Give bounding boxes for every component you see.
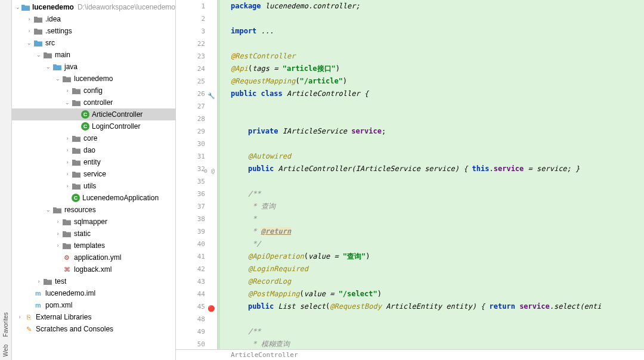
expand-arrow[interactable]: › [17,314,23,320]
gutter-icon[interactable]: ⚙ @ [204,165,215,177]
tree-label: logback.xml [74,265,112,274]
left-toolwindow-tabs: Favorites Web [0,0,12,360]
expand-arrow[interactable]: ⌄ [64,100,70,105]
line-number[interactable]: 43 [176,275,205,288]
line-number[interactable]: 40 [176,238,205,250]
line-number[interactable]: 30 [176,138,205,150]
tree-item-main[interactable]: ⌄main [12,49,175,61]
line-number[interactable]: 3 [176,25,205,38]
favorites-tab[interactable]: Favorites [2,312,9,337]
tree-item-java[interactable]: ⌄java [12,61,175,73]
breadcrumb-bar[interactable]: ArticleController [176,349,644,360]
editor-gutter[interactable]: 1232223242526🔧272829303132⚙ @35363738394… [176,0,218,360]
tree-item-service[interactable]: ›service [12,168,175,180]
folder-icon [72,86,81,95]
tree-item-core[interactable]: ›core [12,132,175,144]
line-number[interactable]: 29 [176,125,205,138]
tree-item-static[interactable]: ›static [12,228,175,240]
tree-item-external-libraries[interactable]: ›⎘External Libraries [12,311,175,323]
tree-item-config[interactable]: ›config [12,85,175,97]
tree-item-lucenedemo-iml[interactable]: mlucenedemo.iml [12,287,175,299]
expand-arrow[interactable]: ⌄ [16,4,20,10]
line-number[interactable]: 45🔴 [176,300,205,313]
tree-item-dao[interactable]: ›dao [12,144,175,156]
tree-item-utils[interactable]: ›utils [12,180,175,192]
line-number[interactable]: 25 [176,75,205,88]
expand-arrow[interactable]: › [64,183,70,189]
expand-arrow[interactable]: › [26,28,32,34]
tree-item-articlecontroller[interactable]: CArticleController [12,108,175,120]
tree-item-src[interactable]: ⌄src [12,37,175,49]
folder-icon [33,26,43,36]
folder-icon [62,241,72,250]
tree-item-lucenedemo[interactable]: ⌄lucenedemo [12,73,175,85]
expand-arrow[interactable]: › [64,88,70,94]
line-number[interactable]: 48 [176,313,205,325]
line-number[interactable]: 36 [176,188,205,200]
tree-item-test[interactable]: ›test [12,275,175,287]
folder-icon [72,181,81,191]
expand-arrow[interactable]: › [64,171,70,177]
tree-item-sqlmapper[interactable]: ›sqlmapper [12,216,175,228]
project-tree[interactable]: ⌄lucenedemo D:\ideaworkspace\lucenedemo›… [12,0,176,360]
tree-item-logincontroller[interactable]: CLoginController [12,120,175,132]
line-number[interactable]: 28 [176,113,205,125]
expand-arrow[interactable]: › [26,16,32,22]
tree-label: main [55,51,70,59]
line-number[interactable]: 39 [176,225,205,238]
expand-arrow[interactable]: ⌄ [36,52,42,58]
code-content[interactable]: package lucenedemo.controller;import ...… [218,0,644,360]
tree-item--settings[interactable]: ›.settings [12,25,175,37]
tree-item-logback-xml[interactable]: ⌘logback.xml [12,263,175,275]
tree-item-templates[interactable]: ›templates [12,240,175,252]
expand-arrow[interactable]: ⌄ [45,207,51,213]
tree-item-lucenedemoapplication[interactable]: CLucenedemoApplication [12,192,175,204]
line-number[interactable]: 23 [176,50,205,63]
line-number[interactable]: 49 [176,325,205,338]
line-number[interactable]: 38 [176,213,205,225]
line-number[interactable]: 24 [176,63,205,75]
line-number[interactable]: 35 [176,175,205,188]
expand-arrow[interactable]: ⌄ [55,76,61,82]
expand-arrow[interactable]: › [64,159,70,165]
line-number[interactable]: 26🔧 [176,88,205,100]
expand-arrow[interactable]: › [55,243,61,249]
line-number[interactable]: 50 [176,338,205,350]
line-number[interactable]: 27 [176,100,205,113]
expand-arrow[interactable]: ⌄ [26,40,32,46]
line-number[interactable]: 37 [176,200,205,213]
tree-item-entity[interactable]: ›entity [12,156,175,168]
line-number[interactable]: 32⚙ @ [176,163,205,175]
tree-item-pom-xml[interactable]: mpom.xml [12,299,175,311]
tree-label: lucenedemo.iml [45,289,95,297]
line-number[interactable]: 1 [176,0,205,13]
tree-item-lucenedemo[interactable]: ⌄lucenedemo D:\ideaworkspace\lucenedemo [12,1,175,13]
tree-item-controller[interactable]: ⌄controller [12,97,175,108]
gutter-icon[interactable]: 🔴 [208,302,215,315]
tree-item-application-yml[interactable]: ⚙application.yml [12,252,175,263]
expand-arrow[interactable]: ⌄ [45,64,51,70]
line-number[interactable]: 22 [176,38,205,50]
expand-arrow [64,195,70,201]
vcs-change-bar [218,0,220,360]
line-number[interactable]: 44 [176,288,205,300]
expand-arrow[interactable]: › [55,231,61,237]
line-number[interactable]: 2 [176,13,205,25]
expand-arrow[interactable]: › [64,135,70,141]
folder-icon [33,14,43,24]
tree-label: service [83,170,106,178]
expand-arrow[interactable]: › [36,278,42,284]
expand-arrow[interactable]: › [55,219,61,225]
line-number[interactable]: 31 [176,150,205,163]
line-number[interactable]: 42 [176,263,205,275]
folder-icon [62,74,72,83]
tree-item--idea[interactable]: ›.idea [12,13,175,25]
tree-item-scratches-and-consoles[interactable]: ✎Scratches and Consoles [12,323,175,335]
gutter-icon[interactable]: 🔧 [208,89,215,102]
class-icon: C [81,122,89,131]
web-tab[interactable]: Web [2,345,9,356]
expand-arrow[interactable]: › [64,147,70,153]
line-number[interactable]: 41 [176,250,205,263]
tree-item-resources[interactable]: ⌄resources [12,204,175,216]
editor-pane: 1232223242526🔧272829303132⚙ @35363738394… [176,0,644,360]
